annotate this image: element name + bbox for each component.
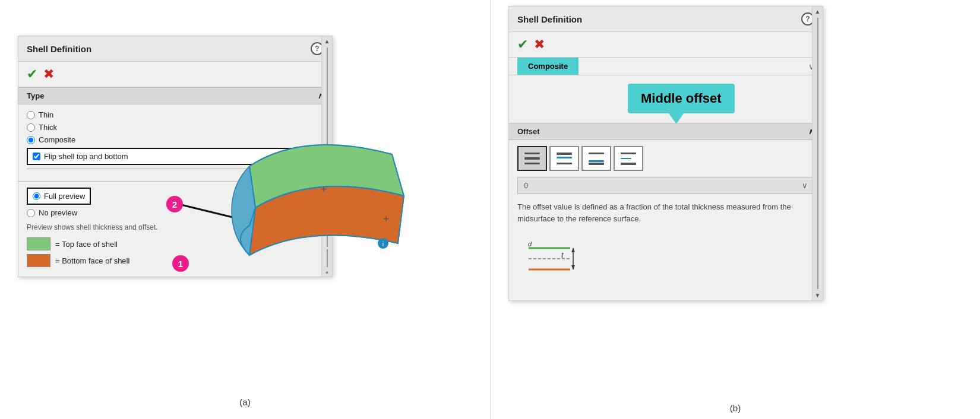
svg-rect-11 (589, 160, 604, 162)
label-a: (a) (239, 397, 250, 407)
right-dialog-title: Shell Definition (517, 14, 582, 24)
thin-label: Thin (39, 110, 53, 119)
shell-3d: + + i (214, 119, 428, 285)
bottom-face-color (27, 254, 50, 267)
svg-rect-14 (621, 158, 631, 159)
svg-text:d: d (528, 240, 532, 247)
offset-btn-bottom[interactable] (581, 146, 611, 171)
label-b: (b) (730, 403, 741, 413)
diagram-area: t d (517, 233, 814, 294)
offset-diagram-svg: t d (526, 236, 591, 284)
flip-shell-checkbox[interactable] (33, 153, 40, 160)
scroll-up-arrow[interactable]: ▲ (324, 36, 330, 46)
right-scroll-down[interactable]: ▼ (815, 290, 821, 300)
right-dialog-titlebar: Shell Definition ? (509, 7, 823, 32)
offset-section-content: 0 ∨ The offset value is defined as a fra… (509, 140, 823, 300)
svg-text:+: + (383, 213, 390, 225)
type-section-label: Type (27, 91, 44, 100)
no-preview-label: No preview (39, 208, 77, 217)
composite-tab[interactable]: Composite (517, 58, 578, 75)
flip-shell-label: Flip shell top and bottom (44, 152, 128, 161)
offset-section-label: Offset (517, 127, 540, 136)
offset-btn-middle[interactable] (517, 146, 547, 171)
bottom-face-label: = Bottom face of shell (55, 256, 129, 265)
svg-marker-22 (571, 248, 575, 252)
svg-rect-12 (589, 163, 604, 165)
tab-area: Composite ∨ (509, 58, 823, 75)
right-cancel-button[interactable]: ✖ (534, 37, 545, 52)
svg-text:i: i (382, 240, 384, 247)
thick-radio[interactable] (27, 123, 35, 132)
right-dialog-scrollbar[interactable]: ▲ ▼ (812, 7, 823, 300)
offset-value: 0 (524, 181, 528, 190)
middle-offset-tooltip: Middle offset (628, 84, 735, 113)
left-dialog-toolbar: ✔ ✖ (18, 62, 332, 87)
svg-marker-23 (571, 265, 575, 269)
shell-3d-svg: + + i (214, 119, 428, 285)
svg-rect-6 (524, 163, 540, 164)
offset-description: The offset value is defined as a fractio… (517, 201, 814, 224)
top-face-label: = Top face of shell (55, 240, 118, 249)
svg-rect-8 (557, 157, 572, 158)
svg-rect-9 (557, 163, 572, 164)
offset-value-dropdown[interactable]: 0 ∨ (517, 177, 814, 194)
offset-btn-top[interactable] (549, 146, 579, 171)
right-dialog-toolbar: ✔ ✖ (509, 32, 823, 58)
right-scroll-track[interactable] (817, 18, 818, 289)
svg-rect-10 (589, 153, 604, 154)
left-dialog-titlebar: Shell Definition ? (18, 36, 332, 62)
svg-text:t: t (561, 250, 564, 259)
thin-option[interactable]: Thin (27, 110, 324, 119)
left-panel: Shell Definition ? ✔ ✖ Type ∧ Thin Thick… (0, 0, 490, 419)
full-preview-row[interactable]: Full preview (27, 188, 91, 205)
badge-1: 1 (172, 255, 189, 272)
left-dialog-title: Shell Definition (27, 44, 91, 54)
composite-radio[interactable] (27, 136, 35, 144)
offset-section-header: Offset ∧ (509, 123, 823, 140)
offset-buttons-row (517, 146, 814, 171)
thin-radio[interactable] (27, 111, 35, 119)
thick-label: Thick (39, 123, 57, 132)
right-panel: Shell Definition ? ✔ ✖ Composite ∨ Middl… (490, 0, 980, 419)
badge-2: 2 (166, 196, 183, 212)
offset-btn-custom[interactable] (614, 146, 643, 171)
type-section-header: Type ∧ (18, 87, 332, 104)
full-preview-radio[interactable] (33, 192, 40, 200)
no-preview-radio[interactable] (27, 209, 35, 217)
top-face-color (27, 237, 50, 250)
svg-text:+: + (321, 183, 327, 195)
left-ok-button[interactable]: ✔ (27, 66, 37, 82)
svg-rect-5 (524, 153, 540, 154)
left-cancel-button[interactable]: ✖ (43, 66, 54, 82)
svg-rect-7 (557, 153, 572, 155)
svg-rect-4 (524, 157, 540, 160)
composite-label: Composite (39, 135, 75, 144)
svg-rect-13 (621, 153, 636, 154)
offset-dropdown-arrow: ∨ (802, 181, 808, 190)
right-scroll-up[interactable]: ▲ (815, 7, 821, 17)
full-preview-label: Full preview (44, 192, 85, 201)
svg-rect-15 (621, 163, 636, 165)
right-ok-button[interactable]: ✔ (517, 37, 528, 52)
right-dialog: Shell Definition ? ✔ ✖ Composite ∨ Middl… (508, 6, 823, 301)
